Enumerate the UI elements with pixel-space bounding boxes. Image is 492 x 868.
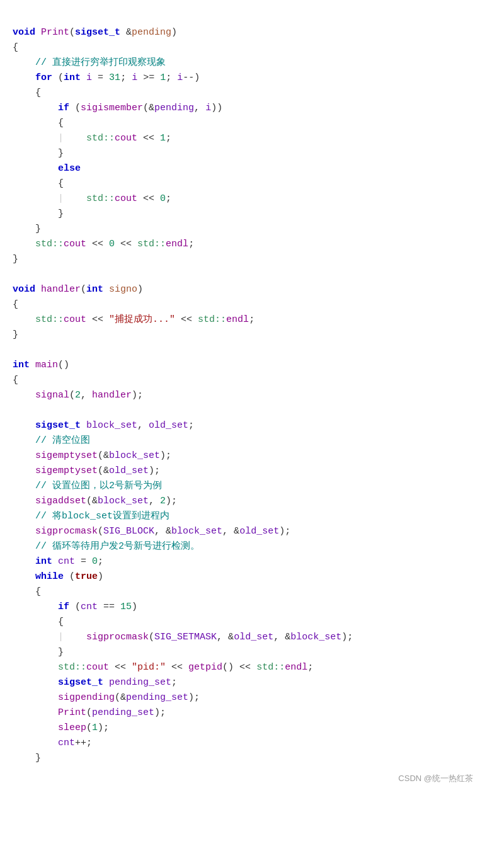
code-display: void Print(sigset_t &pending) { // 直接进行穷… <box>13 10 479 766</box>
watermark: CSDN @统一热红茶 <box>13 772 479 785</box>
